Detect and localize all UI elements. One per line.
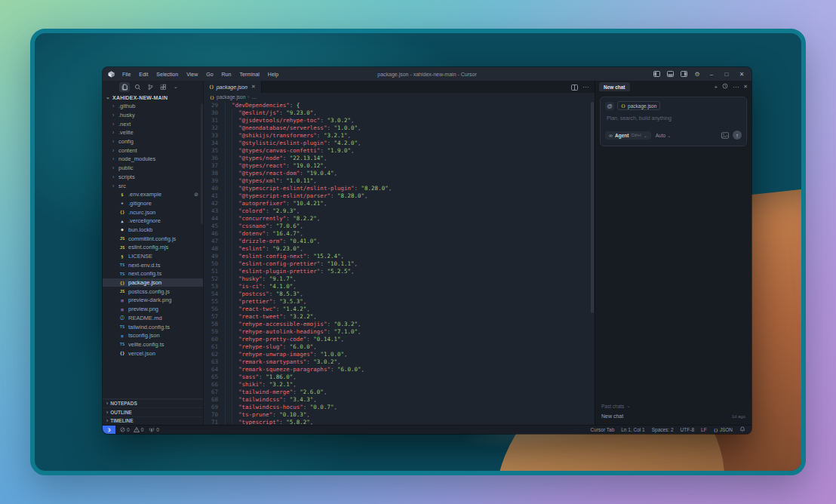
file-readme-md[interactable]: ⓘREADME.md	[103, 314, 203, 323]
code-line-65[interactable]: 65"sass": "1.86.0",	[204, 373, 595, 381]
remote-indicator-button[interactable]	[103, 426, 115, 435]
code-line-30[interactable]: 30"@eslint/js": "9.23.0",	[204, 109, 595, 117]
chat-input-placeholder[interactable]: Plan, search, build anything	[607, 115, 742, 121]
maximize-button[interactable]: □	[720, 69, 733, 79]
code-line-31[interactable]: 31"@jsdevtools/rehype-toc": "3.0.2",	[204, 117, 595, 124]
notifications-bell-icon[interactable]	[739, 426, 745, 433]
file-package-json[interactable]: {}package.json	[103, 278, 203, 287]
chat-input-box[interactable]: @ {} package.json Plan, search, build an…	[600, 97, 747, 146]
explorer-icon[interactable]	[119, 82, 130, 92]
tab-close-icon[interactable]: ✕	[251, 84, 256, 90]
code-line-48[interactable]: 48"eslint": "9.23.0",	[204, 245, 595, 253]
source-control-icon[interactable]	[145, 82, 155, 92]
file-next-env-d-ts[interactable]: TSnext-env.d.ts	[103, 260, 203, 269]
editor-scrollbar[interactable]	[591, 102, 594, 313]
code-line-56[interactable]: 56"react-twc": "1.4.2",	[204, 306, 595, 313]
folder-node-modules[interactable]: ›node_modules	[103, 155, 203, 164]
code-line-70[interactable]: 70"ts-prune": "0.10.3",	[204, 411, 595, 419]
menu-help[interactable]: Help	[264, 70, 282, 78]
chat-history-icon[interactable]	[722, 83, 728, 91]
file-preview-png[interactable]: ▨preview.png	[103, 305, 203, 314]
menu-go[interactable]: Go	[202, 70, 217, 78]
toggle-panel-bottom-icon[interactable]	[664, 69, 676, 79]
code-line-68[interactable]: 68"tailwindcss": "3.4.3",	[204, 396, 595, 404]
sidebar-scrollbar[interactable]	[201, 103, 203, 224]
code-line-29[interactable]: 29"devDependencies": {	[204, 102, 595, 109]
tab-package-json[interactable]: {} package.json ✕	[204, 81, 262, 93]
folder--velite[interactable]: ›.velite	[103, 128, 203, 137]
code-line-66[interactable]: 66"shiki": "3.2.1",	[204, 381, 595, 389]
more-views-chevron-icon[interactable]: ⌄	[171, 82, 181, 92]
file-preview-dark-png[interactable]: ▨preview-dark.png	[103, 296, 203, 305]
model-selector[interactable]: Auto ⌄	[656, 133, 671, 138]
chat-tab-new-chat[interactable]: New chat	[599, 82, 630, 91]
code-line-53[interactable]: 53"is-ci": "4.1.0",	[204, 283, 595, 290]
status-spaces-2[interactable]: Spaces: 2	[652, 427, 674, 432]
folder-config[interactable]: ›config	[103, 137, 203, 146]
file-license[interactable]: §LICENSE	[103, 252, 203, 261]
code-line-57[interactable]: 57"react-tweet": "3.2.2",	[204, 313, 595, 321]
file-postcss-config-js[interactable]: JSpostcss.config.js	[103, 287, 203, 296]
code-line-50[interactable]: 50"eslint-config-prettier": "10.1.1",	[204, 260, 595, 268]
file-tailwind-config-ts[interactable]: TStailwind.config.ts	[103, 322, 203, 331]
chat-close-icon[interactable]: ✕	[743, 84, 748, 90]
past-chats-toggle[interactable]: Past chats ⌄	[601, 403, 745, 409]
code-line-39[interactable]: 39"@types/xml": "1.0.11",	[204, 177, 595, 185]
menu-selection[interactable]: Selection	[152, 70, 182, 78]
code-line-44[interactable]: 44"concurrently": "8.2.2",	[204, 215, 595, 223]
search-icon[interactable]	[132, 82, 143, 92]
code-line-63[interactable]: 63"remark-smartypants": "3.0.2",	[204, 358, 595, 366]
extensions-icon[interactable]	[158, 82, 168, 92]
folder-public[interactable]: ›public	[103, 164, 203, 173]
file--vercelignore[interactable]: ▲.vercelignore	[103, 217, 203, 226]
split-editor-icon[interactable]	[571, 80, 578, 94]
code-editor[interactable]: 29"devDependencies": {30"@eslint/js": "9…	[204, 101, 595, 425]
status-ln-1-col-1[interactable]: Ln 1, Col 1	[621, 427, 644, 432]
chat-more-icon[interactable]: ⋯	[733, 84, 739, 91]
attach-image-icon[interactable]	[721, 128, 729, 142]
code-line-47[interactable]: 47"drizzle-orm": "0.41.0",	[204, 238, 595, 245]
status-cursor-tab[interactable]: Cursor Tab	[591, 427, 615, 432]
code-line-61[interactable]: 61"rehype-slug": "6.0.0",	[204, 343, 595, 351]
code-line-46[interactable]: 46"dotenv": "16.4.7",	[204, 230, 595, 238]
code-line-40[interactable]: 40"@typescript-eslint/eslint-plugin": "8…	[204, 185, 595, 192]
file--ncurc-json[interactable]: {}.ncurc.json	[103, 207, 203, 217]
folder-content[interactable]: ›content	[103, 146, 203, 155]
add-context-button[interactable]: @	[605, 102, 614, 110]
file-next-config-ts[interactable]: TSnext.config.ts	[103, 269, 203, 278]
menu-terminal[interactable]: Terminal	[235, 70, 263, 78]
toggle-panel-left-icon[interactable]	[650, 69, 662, 79]
code-line-51[interactable]: 51"eslint-plugin-prettier": "5.2.5",	[204, 268, 595, 275]
close-button[interactable]: ✕	[735, 69, 748, 79]
sidebar-section-outline[interactable]: ›OUTLINE	[103, 407, 203, 416]
explorer-root-folder[interactable]: ⌄ XAHIDEX-NEW-MAIN	[103, 93, 203, 102]
code-line-45[interactable]: 45"cssnano": "7.0.6",	[204, 223, 595, 230]
code-line-41[interactable]: 41"@typescript-eslint/parser": "8.28.0",	[204, 192, 595, 200]
menu-run[interactable]: Run	[218, 70, 235, 78]
send-button[interactable]: ↑	[733, 131, 742, 140]
code-line-54[interactable]: 54"postcss": "8.5.3",	[204, 290, 595, 298]
file-tsconfig-json[interactable]: ▣tsconfig.json	[103, 331, 203, 340]
code-line-38[interactable]: 38"@types/react-dom": "19.0.4",	[204, 170, 595, 177]
code-line-35[interactable]: 35"@types/canvas-confetti": "1.9.0",	[204, 147, 595, 155]
code-line-32[interactable]: 32"@neondatabase/serverless": "1.0.0",	[204, 124, 595, 132]
folder--github[interactable]: ›.github	[103, 102, 203, 111]
code-line-33[interactable]: 33"@shikijs/transformers": "3.2.1",	[204, 132, 595, 140]
new-chat-plus-icon[interactable]: +	[714, 84, 718, 91]
code-line-59[interactable]: 59"rehype-autolink-headings": "7.1.0",	[204, 328, 595, 336]
code-line-55[interactable]: 55"prettier": "3.5.3",	[204, 298, 595, 306]
code-line-64[interactable]: 64"remark-squeeze-paragraphs": "6.0.0",	[204, 366, 595, 373]
customize-layout-icon[interactable]: ⚙	[691, 69, 703, 79]
file--env-example[interactable]: $.env.example⊘	[103, 190, 203, 199]
folder-scripts[interactable]: ›scripts	[103, 173, 203, 182]
menu-edit[interactable]: Edit	[135, 70, 152, 78]
toggle-panel-right-icon[interactable]	[678, 69, 690, 79]
code-line-67[interactable]: 67"tailwind-merge": "2.6.0",	[204, 389, 595, 396]
code-line-36[interactable]: 36"@types/node": "22.13.14",	[204, 155, 595, 162]
problems-indicator[interactable]: 0 0	[120, 427, 143, 432]
code-line-42[interactable]: 42"autoprefixer": "10.4.21",	[204, 200, 595, 207]
language-mode[interactable]: {} JSON	[714, 427, 733, 432]
menu-file[interactable]: File	[118, 70, 134, 78]
minimize-button[interactable]: –	[705, 69, 718, 79]
sidebar-section-timeline[interactable]: ›TIMELINE	[103, 416, 203, 426]
